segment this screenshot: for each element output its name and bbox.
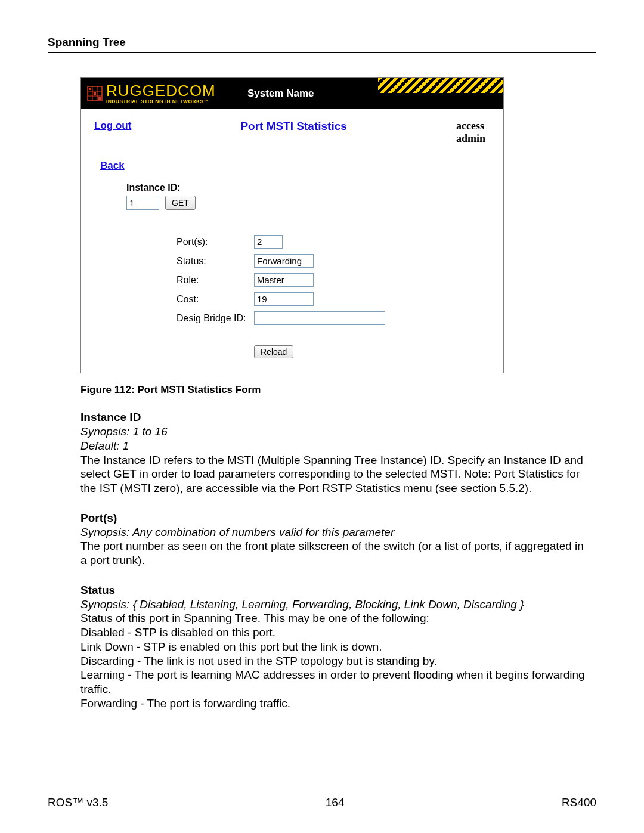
doc-instance-id: Instance ID Synopsis: 1 to 16 Default: 1… — [80, 410, 590, 496]
footer-right: RS400 — [562, 796, 596, 809]
body-text: The Instance ID refers to the MSTI (Mult… — [80, 453, 590, 496]
ports-field[interactable] — [254, 235, 283, 249]
user-info: access admin — [456, 120, 485, 144]
instance-id-label: Instance ID: — [126, 182, 490, 193]
heading: Instance ID — [80, 410, 590, 425]
synopsis: Synopsis: 1 to 16 — [80, 425, 590, 439]
heading: Port(s) — [80, 511, 590, 525]
logo-text: RUGGEDCOM — [106, 83, 216, 98]
logo: RUGGEDCOM INDUSTRIAL STRENGTH NETWORKS™ — [81, 83, 216, 104]
reload-button[interactable]: Reload — [254, 345, 293, 358]
footer-page-number: 164 — [326, 796, 345, 809]
section-title: Spanning Tree — [48, 36, 596, 49]
logout-link[interactable]: Log out — [94, 120, 131, 132]
page-footer: ROS™ v3.5 164 RS400 — [48, 796, 596, 809]
body-text: Link Down - STP is enabled on this port … — [80, 640, 590, 654]
body-text: Learning - The port is learning MAC addr… — [80, 668, 590, 696]
page-title: Port MSTI Statistics — [240, 120, 346, 133]
logo-subtext: INDUSTRIAL STRENGTH NETWORKS™ — [106, 99, 216, 104]
divider — [48, 52, 596, 53]
footer-left: ROS™ v3.5 — [48, 796, 108, 809]
body-text: Disabled - STP is disabled on this port. — [80, 625, 590, 640]
role-label: Role: — [177, 275, 254, 286]
get-button[interactable]: GET — [165, 196, 196, 210]
system-name: System Name — [247, 88, 314, 100]
role-field[interactable] — [254, 273, 314, 287]
instance-id-input[interactable] — [126, 196, 159, 210]
body-text: Forwarding - The port is forwarding traf… — [80, 696, 590, 711]
synopsis: Synopsis: { Disabled, Listening, Learnin… — [80, 597, 590, 612]
synopsis: Synopsis: Any combination of numbers val… — [80, 525, 590, 540]
app-frame: RUGGEDCOM INDUSTRIAL STRENGTH NETWORKS™ … — [80, 77, 504, 373]
user-access: access — [456, 120, 485, 132]
logo-icon — [87, 86, 103, 101]
body-text: The port number as seen on the front pla… — [80, 539, 590, 568]
desig-bridge-id-field[interactable] — [254, 311, 385, 325]
figure-caption: Figure 112: Port MSTI Statistics Form — [80, 384, 596, 396]
app-header: RUGGEDCOM INDUSTRIAL STRENGTH NETWORKS™ … — [81, 78, 503, 109]
header-stripe — [378, 78, 503, 93]
status-label: Status: — [177, 256, 254, 267]
cost-field[interactable] — [254, 292, 314, 306]
desig-bridge-id-label: Desig Bridge ID: — [177, 313, 254, 324]
heading: Status — [80, 583, 590, 597]
status-field[interactable] — [254, 254, 314, 268]
svg-rect-7 — [98, 97, 101, 100]
ports-label: Port(s): — [177, 237, 254, 247]
doc-ports: Port(s) Synopsis: Any combination of num… — [80, 511, 590, 568]
body-text: Discarding - The link is not used in the… — [80, 654, 590, 668]
user-name: admin — [456, 132, 485, 145]
doc-status: Status Synopsis: { Disabled, Listening, … — [80, 583, 590, 711]
body-text: Status of this port in Spanning Tree. Th… — [80, 611, 590, 625]
default: Default: 1 — [80, 439, 590, 453]
back-link[interactable]: Back — [100, 160, 125, 171]
svg-rect-6 — [94, 92, 96, 95]
svg-rect-5 — [89, 88, 91, 90]
cost-label: Cost: — [177, 294, 254, 305]
